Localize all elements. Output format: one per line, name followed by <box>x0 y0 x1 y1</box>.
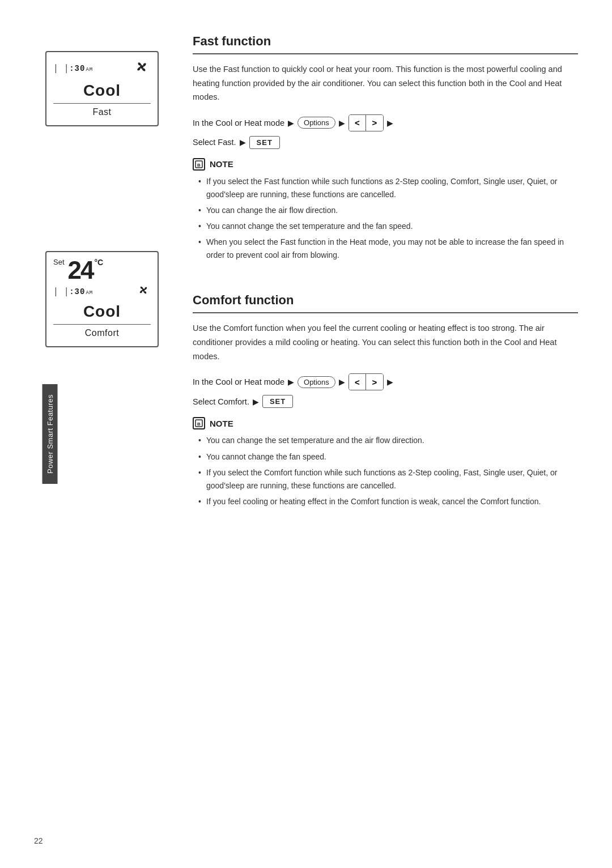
comfort-nav-left[interactable]: < <box>349 374 366 390</box>
svg-text:B: B <box>197 162 201 167</box>
device1-time: │ │:30AM <box>53 64 93 73</box>
left-column: │ │:30AM Cool Fast <box>45 34 170 534</box>
device2-set-label: Set <box>53 258 65 266</box>
device1-divider <box>53 103 151 104</box>
fast-section-title: Fast function <box>193 34 578 54</box>
fast-instruction-line1: In the Cool or Heat mode ▶ Options ▶ < >… <box>193 114 578 131</box>
fast-note-header: B NOTE <box>193 158 578 171</box>
fast-note-item-3: You cannot change the set temperature an… <box>198 220 578 233</box>
comfort-note-list: You can change the set temperature and t… <box>193 434 578 508</box>
fast-note-label: NOTE <box>210 159 233 169</box>
device2-bottom-row: │ │:30AM <box>53 283 151 300</box>
device-display-fast: │ │:30AM Cool Fast <box>45 51 159 126</box>
comfort-instruction-prefix: In the Cool or Heat mode <box>193 377 284 386</box>
comfort-arrow4: ▶ <box>253 397 259 406</box>
device2-temp-unit: °C <box>94 258 103 267</box>
fast-options-button[interactable]: Options <box>298 117 335 129</box>
comfort-note-label: NOTE <box>210 419 233 428</box>
fast-note-item-2: You can change the air flow direction. <box>198 204 578 217</box>
right-column: Fast function Use the Fast function to q… <box>193 34 578 534</box>
svg-point-0 <box>140 65 143 69</box>
side-tab-label: Power Smart Features <box>46 394 54 474</box>
comfort-section-desc: Use the Comfort function when you feel t… <box>193 321 578 363</box>
device2-temp-value: 24 <box>68 258 94 283</box>
comfort-note-box: B NOTE You can change the set temperatur… <box>193 417 578 508</box>
fast-nav-group[interactable]: < > <box>348 114 384 131</box>
fast-section-desc: Use the Fast function to quickly cool or… <box>193 62 578 104</box>
fast-instruction-prefix: In the Cool or Heat mode <box>193 118 284 127</box>
device2-temp: 24°C <box>68 258 104 283</box>
comfort-note-icon: B <box>193 417 205 429</box>
comfort-arrow1: ▶ <box>288 377 294 386</box>
fast-set-button[interactable]: SET <box>249 136 280 149</box>
fast-note-list: If you select the Fast function while su… <box>193 175 578 262</box>
device1-am: AM <box>86 67 93 73</box>
fast-note-icon: B <box>193 158 205 171</box>
device2-time: │ │:30AM <box>53 287 93 296</box>
comfort-set-button[interactable]: SET <box>262 395 293 408</box>
comfort-nav-group[interactable]: < > <box>348 373 384 390</box>
device2-divider <box>53 324 151 325</box>
fast-arrow2: ▶ <box>339 118 345 127</box>
fast-note-item-1: If you select the Fast function while su… <box>198 175 578 201</box>
comfort-note-header: B NOTE <box>193 417 578 429</box>
comfort-select-label: Select Comfort. <box>193 397 249 406</box>
fast-arrow3: ▶ <box>387 118 393 127</box>
comfort-options-button[interactable]: Options <box>298 376 335 388</box>
comfort-function-section: Comfort function Use the Comfort functio… <box>193 293 578 510</box>
comfort-instruction-line2: Select Comfort. ▶ SET <box>193 395 578 408</box>
fast-nav-left[interactable]: < <box>349 115 366 131</box>
comfort-note-item-1: You can change the set temperature and t… <box>198 434 578 447</box>
comfort-instruction-line1: In the Cool or Heat mode ▶ Options ▶ < >… <box>193 373 578 390</box>
device-display-comfort: Set 24°C │ │:30AM <box>45 251 159 347</box>
comfort-note-item-3: If you select the Comfort function while… <box>198 466 578 492</box>
device2-label: Comfort <box>53 328 151 338</box>
svg-point-1 <box>142 289 145 292</box>
device2-time-value: │ │:30 <box>53 287 85 296</box>
fast-instruction-line2: Select Fast. ▶ SET <box>193 136 578 149</box>
fast-nav-right[interactable]: > <box>366 115 383 131</box>
fast-arrow1: ▶ <box>288 118 294 127</box>
comfort-arrow2: ▶ <box>339 377 345 386</box>
fast-select-label: Select Fast. <box>193 138 236 147</box>
fast-arrow4: ▶ <box>240 138 246 147</box>
fast-function-section: Fast function Use the Fast function to q… <box>193 34 578 265</box>
comfort-note-item-4: If you feel cooling or heating effect in… <box>198 495 578 508</box>
device1-fan-icon <box>133 58 151 79</box>
page-number: 22 <box>34 836 43 845</box>
comfort-nav-right[interactable]: > <box>366 374 383 390</box>
device2-am: AM <box>86 290 93 296</box>
device1-time-value: │ │:30 <box>53 64 85 73</box>
device1-mode: Cool <box>53 82 151 100</box>
device1-top-row: │ │:30AM <box>53 58 151 79</box>
comfort-arrow3: ▶ <box>387 377 393 386</box>
comfort-note-item-2: You cannot change the fan speed. <box>198 450 578 463</box>
device2-set-row: Set 24°C <box>53 258 151 283</box>
comfort-section-title: Comfort function <box>193 293 578 313</box>
fast-note-box: B NOTE If you select the Fast function w… <box>193 158 578 262</box>
side-tab: Power Smart Features <box>42 384 58 484</box>
device1-label: Fast <box>53 107 151 117</box>
fast-note-item-4: When you select the Fast function in the… <box>198 236 578 262</box>
svg-text:B: B <box>197 422 201 427</box>
device2-fan-icon <box>136 283 151 300</box>
device2-mode: Cool <box>53 303 151 321</box>
